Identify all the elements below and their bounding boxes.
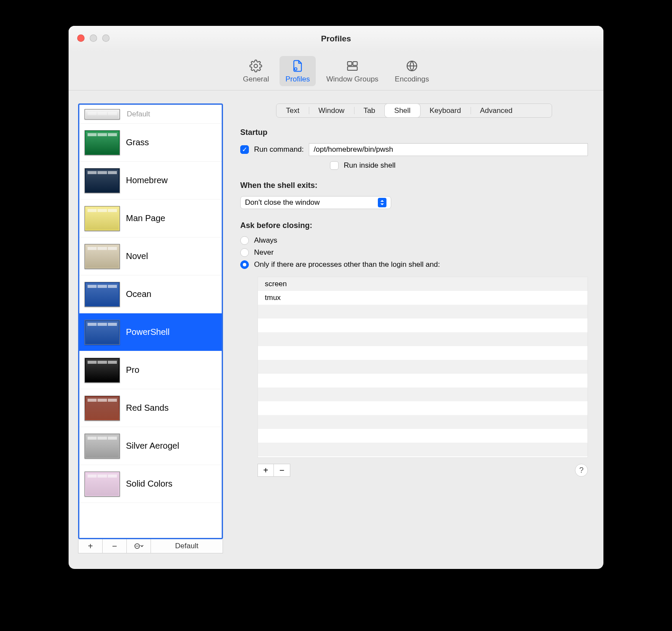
profile-thumbnail <box>85 109 120 119</box>
add-process-button[interactable]: + <box>257 464 274 477</box>
remove-profile-button[interactable]: − <box>103 539 127 553</box>
process-row[interactable] <box>258 443 587 456</box>
svg-point-7 <box>135 546 136 547</box>
toolbar-label: Encodings <box>395 75 429 84</box>
profile-row[interactable]: Grass <box>79 124 222 162</box>
process-row[interactable] <box>258 346 587 360</box>
svg-point-8 <box>137 546 138 547</box>
profile-name: Red Sands <box>126 403 169 413</box>
profile-doc-icon <box>291 59 304 73</box>
ask-close-radio[interactable] <box>240 236 249 245</box>
ellipsis-chevron-icon <box>134 543 144 550</box>
profile-thumbnail <box>85 396 120 421</box>
process-row[interactable] <box>258 332 587 346</box>
set-default-button[interactable]: Default <box>151 539 223 553</box>
profile-row[interactable]: Pro <box>79 351 222 389</box>
profile-row[interactable]: Silver Aerogel <box>79 427 222 465</box>
svg-rect-4 <box>348 66 358 70</box>
profile-list[interactable]: DefaultGrassHomebrewMan PageNovelOceanPo… <box>78 103 223 539</box>
profile-thumbnail <box>85 130 120 155</box>
profile-row[interactable]: Default <box>79 105 222 124</box>
ask-close-radio[interactable] <box>240 260 249 269</box>
help-button[interactable]: ? <box>575 464 588 477</box>
profile-name: Ocean <box>126 289 151 299</box>
toolbar-profiles[interactable]: Profiles <box>279 56 316 86</box>
profile-name: Homebrew <box>126 175 168 185</box>
process-row[interactable] <box>258 319 587 332</box>
profile-thumbnail <box>85 282 120 307</box>
profile-name: Silver Aerogel <box>126 441 179 451</box>
profile-actions-menu[interactable] <box>127 539 151 553</box>
radio-label: Never <box>254 248 273 257</box>
toolbar-window-groups[interactable]: Window Groups <box>320 56 384 86</box>
radio-label: Always <box>254 236 277 245</box>
preferences-window: Profiles General Profiles Window Groups <box>69 26 603 569</box>
profile-row[interactable]: Solid Colors <box>79 465 222 503</box>
profile-row[interactable]: Novel <box>79 237 222 275</box>
default-badge: Default <box>127 110 150 119</box>
pane-footer: + − ? <box>257 464 588 477</box>
startup-heading: Startup <box>240 128 588 137</box>
profile-name: Man Page <box>126 213 165 223</box>
process-row[interactable] <box>258 374 587 387</box>
toolbar-general[interactable]: General <box>237 56 275 86</box>
process-row[interactable]: tmux <box>258 291 587 305</box>
tab-text[interactable]: Text <box>276 104 309 117</box>
run-command-input[interactable] <box>309 143 588 156</box>
process-row[interactable] <box>258 415 587 429</box>
titlebar: Profiles <box>69 26 603 52</box>
process-row[interactable] <box>258 429 587 443</box>
zoom-window-button[interactable] <box>102 34 110 42</box>
profile-thumbnail <box>85 206 120 231</box>
toolbar-label: General <box>243 75 269 84</box>
profile-name: Pro <box>126 365 139 375</box>
process-row[interactable] <box>258 401 587 415</box>
globe-icon <box>405 59 418 73</box>
tab-window[interactable]: Window <box>309 104 354 117</box>
profile-thumbnail <box>85 472 120 497</box>
gear-icon <box>249 59 262 73</box>
svg-rect-3 <box>353 62 357 66</box>
profile-name: Solid Colors <box>126 479 173 489</box>
remove-process-button[interactable]: − <box>274 464 290 477</box>
add-profile-button[interactable]: + <box>79 539 103 553</box>
radio-label: Only if there are processes other than t… <box>254 260 440 269</box>
ask-close-radio[interactable] <box>240 248 249 257</box>
window-controls <box>77 34 110 42</box>
process-row[interactable] <box>258 305 587 319</box>
profile-name: Grass <box>126 137 149 147</box>
tab-advanced[interactable]: Advanced <box>471 104 522 117</box>
window-groups-icon <box>346 59 359 73</box>
shell-exit-dropdown[interactable]: Don't close the window <box>240 196 391 209</box>
profile-row[interactable]: PowerShell <box>79 313 222 351</box>
run-inside-shell-checkbox[interactable] <box>330 161 339 170</box>
tab-shell[interactable]: Shell <box>385 104 420 117</box>
tab-keyboard[interactable]: Keyboard <box>420 104 471 117</box>
tab-tab[interactable]: Tab <box>354 104 385 117</box>
run-command-label: Run command: <box>254 145 304 154</box>
window-title: Profiles <box>321 34 351 44</box>
profile-thumbnail <box>85 244 120 269</box>
close-window-button[interactable] <box>77 34 85 42</box>
profile-row[interactable]: Ocean <box>79 275 222 313</box>
dropdown-arrows-icon <box>378 198 386 207</box>
profile-row[interactable]: Red Sands <box>79 389 222 427</box>
toolbar-label: Window Groups <box>326 75 378 84</box>
profile-name: Novel <box>126 251 148 261</box>
ask-close-radios: AlwaysNeverOnly if there are processes o… <box>240 236 588 272</box>
shell-exit-value: Don't close the window <box>245 198 320 207</box>
sidebar: DefaultGrassHomebrewMan PageNovelOceanPo… <box>78 103 223 553</box>
toolbar-encodings[interactable]: Encodings <box>389 56 435 86</box>
process-list[interactable]: screentmux <box>257 277 588 458</box>
run-command-checkbox[interactable]: ✓ <box>240 145 249 154</box>
process-row[interactable]: screen <box>258 277 587 291</box>
profile-row[interactable]: Homebrew <box>79 162 222 200</box>
ask-close-heading: Ask before closing: <box>240 221 588 230</box>
process-row[interactable] <box>258 387 587 401</box>
minimize-window-button[interactable] <box>90 34 97 42</box>
profile-thumbnail <box>85 320 120 345</box>
profile-thumbnail <box>85 358 120 383</box>
svg-point-9 <box>138 546 138 547</box>
profile-row[interactable]: Man Page <box>79 200 222 237</box>
process-row[interactable] <box>258 360 587 374</box>
